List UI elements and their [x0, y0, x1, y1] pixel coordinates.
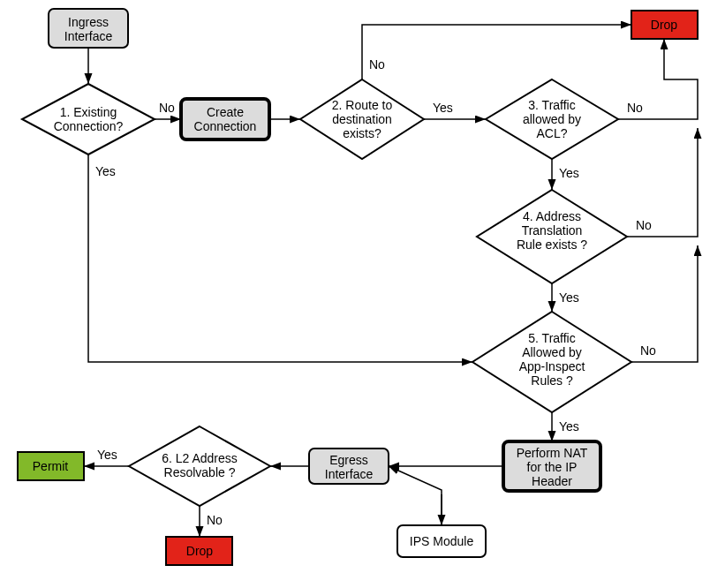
- acl-line3: ACL?: [536, 126, 567, 140]
- create-line1: Create: [207, 105, 244, 119]
- drop1-label: Drop: [651, 18, 678, 32]
- egress-line1: Egress: [329, 453, 368, 467]
- lbl-appinsp-yes: Yes: [559, 419, 579, 433]
- permit-label: Permit: [33, 459, 69, 473]
- appinsp-line1: 5. Traffic: [528, 331, 575, 345]
- natrule-line1: 4. Address: [523, 209, 581, 223]
- l2-line1: 6. L2 Address: [162, 451, 238, 465]
- lbl-acl-no: No: [627, 101, 643, 115]
- appinsp-line2: Allowed by: [522, 345, 582, 359]
- ingress-line2: Interface: [64, 29, 113, 43]
- route-line2: destination: [332, 112, 392, 126]
- lbl-route-yes: Yes: [433, 101, 453, 115]
- appinsp-line3: App-Inspect: [519, 359, 585, 373]
- nat-line1: Perform NAT: [517, 446, 588, 460]
- lbl-l2-no: No: [207, 513, 223, 527]
- lbl-appinsp-no: No: [640, 343, 656, 358]
- node-existing: 1. ExistingConnection?: [22, 84, 155, 155]
- route-line3: exists?: [343, 126, 381, 140]
- svg-text:1. ExistingConnection?: 1. ExistingConnection?: [54, 105, 124, 133]
- ips-label: IPS Module: [410, 534, 474, 548]
- natrule-line3: Rule exists ?: [517, 237, 587, 252]
- lbl-l2-yes: Yes: [97, 448, 117, 462]
- svg-text:4. AddressTranslationRule exis: 4. AddressTranslationRule exists ?: [517, 209, 587, 252]
- edge-existing-appinsp: [88, 155, 472, 362]
- egress-line2: Interface: [325, 467, 374, 481]
- svg-text:IngressInterface: IngressInterface: [64, 15, 113, 43]
- edge-route-drop: [362, 25, 631, 79]
- lbl-existing-yes: Yes: [95, 164, 116, 178]
- node-egress: EgressInterface: [309, 449, 389, 484]
- route-line1: 2. Route to: [332, 98, 393, 112]
- svg-text:6. L2 AddressResolvable ?: 6. L2 AddressResolvable ?: [162, 451, 238, 479]
- create-line2: Connection: [194, 119, 257, 133]
- node-permit: Permit: [18, 452, 84, 480]
- lbl-natrule-yes: Yes: [559, 290, 579, 305]
- node-drop-top: Drop: [631, 11, 698, 39]
- node-ips: IPS Module: [397, 525, 486, 557]
- lbl-existing-no: No: [159, 101, 175, 115]
- node-natrule: 4. AddressTranslationRule exists ?: [477, 190, 627, 283]
- node-appinsp: 5. TrafficAllowed byApp-InspectRules ?: [472, 312, 631, 412]
- acl-line1: 3. Traffic: [528, 98, 575, 112]
- edge-ips-egress: [389, 466, 442, 525]
- nat-line3: Header: [532, 474, 572, 488]
- node-create: CreateConnection: [181, 99, 269, 139]
- appinsp-line4: Rules ?: [531, 373, 573, 388]
- nat-line2: for the IP: [527, 460, 578, 474]
- node-route: 2. Route todestinationexists?: [300, 79, 424, 159]
- node-ingress: IngressInterface: [49, 9, 128, 48]
- l2-line2: Resolvable ?: [164, 465, 236, 479]
- lbl-route-no: No: [369, 57, 385, 72]
- lbl-natrule-no: No: [636, 218, 652, 232]
- natrule-line2: Translation: [522, 223, 583, 237]
- node-drop-bottom: Drop: [166, 537, 232, 565]
- node-l2: 6. L2 AddressResolvable ?: [129, 426, 270, 506]
- svg-text:EgressInterface: EgressInterface: [325, 453, 374, 481]
- existing-line2: Connection?: [54, 119, 124, 133]
- ingress-line1: Ingress: [68, 15, 109, 29]
- node-acl: 3. Trafficallowed byACL?: [486, 79, 618, 159]
- acl-line2: allowed by: [523, 112, 581, 126]
- existing-line1: 1. Existing: [60, 105, 117, 119]
- lbl-acl-yes: Yes: [559, 166, 579, 180]
- node-nat: Perform NATfor the IPHeader: [503, 441, 600, 491]
- drop2-label: Drop: [186, 544, 214, 558]
